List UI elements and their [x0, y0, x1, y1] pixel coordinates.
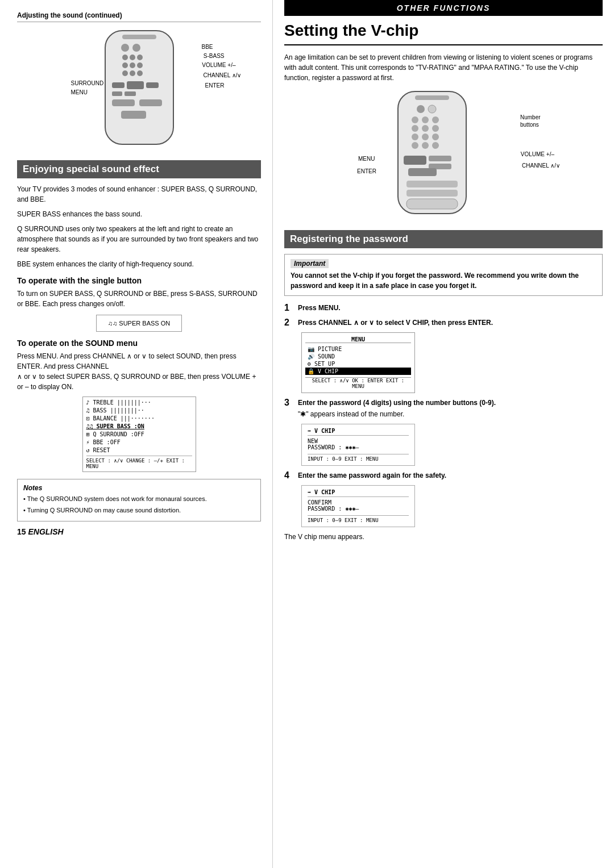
svg-rect-37 — [404, 156, 426, 165]
subsection2-heading: To operate on the SOUND menu — [17, 339, 261, 348]
svg-point-12 — [137, 70, 143, 76]
new-pw-line1: NEW — [308, 438, 409, 444]
svg-point-26 — [422, 116, 429, 123]
confirm-pw-footer: INPUT : 0–9 EXIT : MENU — [308, 515, 409, 523]
confirm-pw-arrow: ➡ V CHIP — [308, 489, 409, 497]
svg-point-3 — [132, 44, 140, 52]
svg-point-11 — [130, 70, 135, 76]
step-2-number: 2 — [284, 318, 294, 328]
right-number-label: Number buttons — [520, 114, 560, 128]
step-3-subtext: "✱" appears instead of the number. — [298, 409, 496, 419]
svg-point-5 — [130, 55, 135, 60]
subsection1-text: To turn on SUPER BASS, Q SURROUND or BBE… — [17, 289, 261, 309]
left-remote-svg — [71, 28, 208, 153]
menu-screen-footer: SELECT : ∧/∨ OK : ENTER EXIT : MENU — [305, 377, 411, 389]
right-remote-wrapper: MENU ENTER Number buttons VOLUME +/– CHA… — [284, 89, 603, 221]
svg-point-9 — [137, 62, 143, 68]
right-remote-svg — [370, 89, 495, 219]
sm-bass: ♫ BASS ||||||||·· — [86, 407, 192, 414]
svg-rect-15 — [146, 82, 159, 88]
svg-point-27 — [432, 116, 439, 123]
svg-point-36 — [432, 142, 439, 149]
header-banner: OTHER FUNCTIONS — [284, 0, 603, 16]
svg-rect-20 — [121, 111, 146, 119]
important-text: You cannot set the V-chip if you forget … — [291, 270, 596, 291]
svg-point-29 — [422, 125, 429, 132]
notes-box: Notes • The Q SURROUND system does not w… — [17, 479, 261, 521]
step-3: 3 Enter the password (4 digits) using th… — [284, 398, 603, 419]
svg-rect-43 — [406, 199, 458, 209]
svg-point-35 — [422, 142, 429, 149]
note-1: • The Q SURROUND system does not work fo… — [23, 494, 255, 504]
svg-point-10 — [122, 70, 128, 76]
new-password-screen: ➡ V CHIP NEW PASSWORD : ✱✱✱– INPUT : 0–9… — [301, 424, 415, 466]
step-1-number: 1 — [284, 303, 294, 313]
menu-item-picture: 📷 PICTURE — [305, 345, 411, 353]
svg-rect-38 — [429, 156, 451, 161]
sm-bbe: ⚡ BBE :OFF — [86, 439, 192, 445]
section1-heading: Enjoying special sound effect — [17, 160, 261, 178]
sound-menu-screen: ♪ TREBLE |||||||··· ♫ BASS ||||||||·· ⊡ … — [82, 397, 196, 472]
enter-label: ENTER — [205, 82, 225, 89]
left-remote-wrapper: SURROUND MENU BBE S-BASS VOLUME +/– CHAN… — [17, 28, 261, 155]
new-pw-line2: PASSWORD : ✱✱✱– — [308, 444, 409, 450]
step-2-text: Press CHANNEL ∧ or ∨ to select V CHIP, t… — [298, 318, 493, 328]
svg-point-2 — [121, 44, 129, 52]
menu-item-sound: 🔊 SOUND — [305, 353, 411, 360]
svg-rect-42 — [406, 190, 458, 197]
svg-point-7 — [122, 62, 128, 68]
volume-label: VOLUME +/– — [202, 62, 235, 68]
svg-rect-18 — [112, 99, 135, 106]
right-channel-label: CHANNEL ∧/∨ — [522, 162, 560, 169]
confirm-pw-line2: PASSWORD : ✱✱✱– — [308, 506, 409, 512]
svg-rect-19 — [139, 99, 162, 106]
sm-qsurround: ⊞ Q SURROUND :OFF — [86, 431, 192, 437]
svg-point-24 — [428, 105, 436, 113]
menu-label: MENU — [71, 89, 88, 95]
svg-rect-41 — [406, 181, 458, 187]
confirm-password-screen: ➡ V CHIP CONFIRM PASSWORD : ✱✱✱– INPUT :… — [301, 485, 415, 527]
menu-item-setup: ⚙ SET UP — [305, 360, 411, 368]
confirm-pw-line1: CONFIRM — [308, 499, 409, 506]
bass-on-box: ♫♫ SUPER BASS ON — [96, 315, 182, 332]
left-column: Adjusting the sound (continued) — [0, 0, 273, 868]
menu-screen-mockup: MENU 📷 PICTURE 🔊 SOUND ⚙ SET UP 🔒 V CHIP… — [301, 332, 415, 393]
vchip-caption: The V chip menu appears. — [284, 532, 603, 542]
step-4-number: 4 — [284, 470, 294, 481]
svg-rect-14 — [127, 81, 144, 89]
page-title: Setting the V-chip — [284, 22, 603, 45]
sm-superbass: ♫♫ SUPER BASS :ON — [86, 423, 192, 429]
svg-point-25 — [412, 116, 418, 123]
step-4: 4 Enter the same password again for the … — [284, 470, 603, 481]
svg-rect-1 — [122, 35, 156, 39]
right-column: OTHER FUNCTIONS Setting the V-chip An ag… — [273, 0, 614, 868]
step-1: 1 Press MENU. — [284, 303, 603, 313]
svg-rect-40 — [408, 168, 437, 176]
svg-point-30 — [432, 125, 439, 132]
svg-point-33 — [432, 133, 439, 140]
step-1-text: Press MENU. — [298, 303, 341, 313]
bass-on-container: ♫♫ SUPER BASS ON — [17, 315, 261, 332]
right-intro: An age limitation can be set to prevent … — [284, 52, 603, 83]
svg-rect-13 — [112, 82, 125, 88]
svg-point-28 — [412, 125, 418, 132]
svg-point-23 — [417, 105, 425, 113]
section2-heading: Registering the password — [284, 230, 603, 248]
step-2: 2 Press CHANNEL ∧ or ∨ to select V CHIP,… — [284, 318, 603, 328]
right-menu-label: MENU — [358, 156, 375, 162]
sm-reset: ↺ RESET — [86, 447, 192, 453]
important-box: Important You cannot set the V-chip if y… — [284, 254, 603, 296]
subsection1-heading: To operate with the single button — [17, 276, 261, 285]
section1-intro: Your TV provides 3 modes of sound enhanc… — [17, 184, 261, 205]
step-3-number: 3 — [284, 398, 294, 408]
svg-rect-17 — [125, 91, 136, 96]
right-volume-label: VOLUME +/– — [521, 151, 554, 157]
svg-rect-16 — [112, 91, 122, 96]
bbe-label: BBE — [201, 44, 213, 50]
new-pw-arrow: ➡ V CHIP — [308, 428, 409, 436]
step-4-text: Enter the same password again for the sa… — [298, 470, 446, 481]
right-enter-label: ENTER — [357, 168, 376, 174]
note-2: • Turning Q SURROUND on may cause sound … — [23, 506, 255, 515]
svg-point-4 — [122, 55, 128, 60]
svg-rect-22 — [415, 95, 449, 100]
